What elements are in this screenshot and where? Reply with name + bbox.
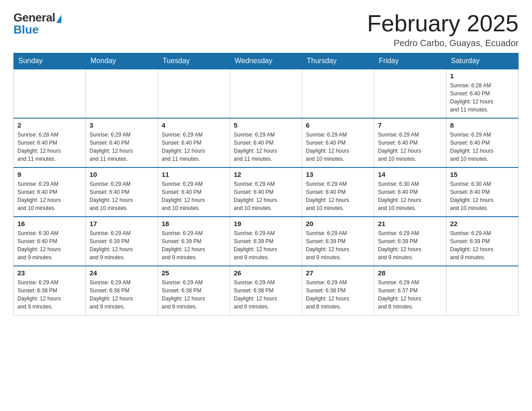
day-number: 10 bbox=[90, 171, 154, 178]
calendar-cell: 3Sunrise: 6:29 AM Sunset: 6:40 PM Daylig… bbox=[86, 118, 158, 167]
weekday-header-tuesday: Tuesday bbox=[158, 53, 230, 69]
calendar-cell: 17Sunrise: 6:29 AM Sunset: 6:39 PM Dayli… bbox=[86, 217, 158, 266]
day-number: 24 bbox=[90, 269, 154, 277]
day-info: Sunrise: 6:29 AM Sunset: 6:40 PM Dayligh… bbox=[162, 131, 226, 163]
day-number: 6 bbox=[306, 121, 370, 129]
day-info: Sunrise: 6:29 AM Sunset: 6:40 PM Dayligh… bbox=[450, 131, 515, 163]
day-info: Sunrise: 6:30 AM Sunset: 6:40 PM Dayligh… bbox=[378, 180, 442, 212]
day-info: Sunrise: 6:29 AM Sunset: 6:39 PM Dayligh… bbox=[162, 229, 226, 261]
calendar-cell: 7Sunrise: 6:29 AM Sunset: 6:40 PM Daylig… bbox=[374, 118, 446, 167]
day-info: Sunrise: 6:29 AM Sunset: 6:39 PM Dayligh… bbox=[306, 229, 370, 261]
day-info: Sunrise: 6:29 AM Sunset: 6:39 PM Dayligh… bbox=[90, 229, 154, 261]
day-number: 22 bbox=[450, 220, 515, 227]
day-info: Sunrise: 6:29 AM Sunset: 6:39 PM Dayligh… bbox=[378, 229, 442, 261]
day-info: Sunrise: 6:29 AM Sunset: 6:40 PM Dayligh… bbox=[234, 131, 298, 163]
calendar-cell: 10Sunrise: 6:29 AM Sunset: 6:40 PM Dayli… bbox=[86, 167, 158, 217]
calendar-cell: 14Sunrise: 6:30 AM Sunset: 6:40 PM Dayli… bbox=[374, 167, 446, 217]
calendar-cell bbox=[302, 69, 374, 118]
day-number: 11 bbox=[162, 171, 226, 178]
day-number: 1 bbox=[450, 72, 515, 80]
weekday-header-sunday: Sunday bbox=[14, 53, 86, 69]
logo: General Blue bbox=[13, 11, 61, 37]
day-info: Sunrise: 6:29 AM Sunset: 6:40 PM Dayligh… bbox=[90, 180, 154, 212]
calendar-cell: 16Sunrise: 6:30 AM Sunset: 6:40 PM Dayli… bbox=[14, 217, 86, 266]
calendar-cell: 21Sunrise: 6:29 AM Sunset: 6:39 PM Dayli… bbox=[374, 217, 446, 266]
weekday-header-saturday: Saturday bbox=[446, 53, 519, 69]
day-info: Sunrise: 6:29 AM Sunset: 6:40 PM Dayligh… bbox=[306, 180, 370, 212]
day-number: 12 bbox=[234, 171, 298, 178]
day-number: 15 bbox=[450, 171, 515, 178]
calendar-cell: 12Sunrise: 6:29 AM Sunset: 6:40 PM Dayli… bbox=[230, 167, 302, 217]
calendar-cell: 24Sunrise: 6:29 AM Sunset: 6:38 PM Dayli… bbox=[86, 266, 158, 315]
day-number: 19 bbox=[234, 220, 298, 227]
calendar-cell: 11Sunrise: 6:29 AM Sunset: 6:40 PM Dayli… bbox=[158, 167, 230, 217]
calendar-cell: 19Sunrise: 6:29 AM Sunset: 6:39 PM Dayli… bbox=[230, 217, 302, 266]
day-info: Sunrise: 6:29 AM Sunset: 6:37 PM Dayligh… bbox=[378, 278, 442, 311]
calendar-cell: 22Sunrise: 6:29 AM Sunset: 6:39 PM Dayli… bbox=[446, 217, 519, 266]
day-info: Sunrise: 6:29 AM Sunset: 6:38 PM Dayligh… bbox=[234, 278, 298, 311]
calendar-cell: 25Sunrise: 6:29 AM Sunset: 6:38 PM Dayli… bbox=[158, 266, 230, 315]
calendar-cell: 28Sunrise: 6:29 AM Sunset: 6:37 PM Dayli… bbox=[374, 266, 446, 315]
day-info: Sunrise: 6:29 AM Sunset: 6:39 PM Dayligh… bbox=[450, 229, 515, 261]
day-number: 21 bbox=[378, 220, 442, 227]
day-info: Sunrise: 6:29 AM Sunset: 6:40 PM Dayligh… bbox=[162, 180, 226, 212]
day-info: Sunrise: 6:29 AM Sunset: 6:40 PM Dayligh… bbox=[17, 180, 82, 212]
calendar-cell: 9Sunrise: 6:29 AM Sunset: 6:40 PM Daylig… bbox=[14, 167, 86, 217]
location-subtitle: Pedro Carbo, Guayas, Ecuador bbox=[367, 38, 519, 48]
calendar-cell bbox=[14, 69, 86, 118]
weekday-header-thursday: Thursday bbox=[302, 53, 374, 69]
day-number: 27 bbox=[306, 269, 370, 277]
calendar-cell: 15Sunrise: 6:30 AM Sunset: 6:40 PM Dayli… bbox=[446, 167, 519, 217]
weekday-header-monday: Monday bbox=[86, 53, 158, 69]
day-info: Sunrise: 6:29 AM Sunset: 6:39 PM Dayligh… bbox=[234, 229, 298, 261]
calendar-cell: 5Sunrise: 6:29 AM Sunset: 6:40 PM Daylig… bbox=[230, 118, 302, 167]
calendar-cell bbox=[230, 69, 302, 118]
calendar-cell: 13Sunrise: 6:29 AM Sunset: 6:40 PM Dayli… bbox=[302, 167, 374, 217]
day-info: Sunrise: 6:29 AM Sunset: 6:38 PM Dayligh… bbox=[162, 278, 226, 311]
day-number: 4 bbox=[162, 121, 226, 129]
week-row-2: 2Sunrise: 6:28 AM Sunset: 6:40 PM Daylig… bbox=[14, 118, 519, 167]
week-row-5: 23Sunrise: 6:29 AM Sunset: 6:38 PM Dayli… bbox=[14, 266, 519, 315]
day-number: 26 bbox=[234, 269, 298, 277]
day-number: 17 bbox=[90, 220, 154, 227]
day-number: 28 bbox=[378, 269, 442, 277]
calendar-cell: 4Sunrise: 6:29 AM Sunset: 6:40 PM Daylig… bbox=[158, 118, 230, 167]
day-number: 18 bbox=[162, 220, 226, 227]
logo-triangle-icon bbox=[56, 15, 61, 23]
logo-blue-text: Blue bbox=[13, 23, 39, 37]
day-info: Sunrise: 6:29 AM Sunset: 6:40 PM Dayligh… bbox=[378, 131, 442, 163]
calendar-cell: 23Sunrise: 6:29 AM Sunset: 6:38 PM Dayli… bbox=[14, 266, 86, 315]
day-info: Sunrise: 6:29 AM Sunset: 6:40 PM Dayligh… bbox=[90, 131, 154, 163]
title-section: February 2025 Pedro Carbo, Guayas, Ecuad… bbox=[367, 11, 519, 48]
calendar-cell bbox=[374, 69, 446, 118]
day-info: Sunrise: 6:29 AM Sunset: 6:38 PM Dayligh… bbox=[306, 278, 370, 311]
day-info: Sunrise: 6:28 AM Sunset: 6:40 PM Dayligh… bbox=[17, 131, 82, 163]
day-number: 16 bbox=[17, 220, 82, 227]
page-header: General Blue February 2025 Pedro Carbo, … bbox=[13, 11, 519, 48]
weekday-header-row: SundayMondayTuesdayWednesdayThursdayFrid… bbox=[14, 53, 519, 69]
calendar-cell bbox=[446, 266, 519, 315]
month-year-title: February 2025 bbox=[367, 11, 519, 36]
calendar-cell: 20Sunrise: 6:29 AM Sunset: 6:39 PM Dayli… bbox=[302, 217, 374, 266]
day-number: 3 bbox=[90, 121, 154, 129]
day-number: 8 bbox=[450, 121, 515, 129]
day-info: Sunrise: 6:29 AM Sunset: 6:38 PM Dayligh… bbox=[17, 278, 82, 311]
week-row-4: 16Sunrise: 6:30 AM Sunset: 6:40 PM Dayli… bbox=[14, 217, 519, 266]
day-info: Sunrise: 6:30 AM Sunset: 6:40 PM Dayligh… bbox=[450, 180, 515, 212]
weekday-header-friday: Friday bbox=[374, 53, 446, 69]
calendar-cell: 1Sunrise: 6:28 AM Sunset: 6:40 PM Daylig… bbox=[446, 69, 519, 118]
calendar-cell: 18Sunrise: 6:29 AM Sunset: 6:39 PM Dayli… bbox=[158, 217, 230, 266]
day-number: 25 bbox=[162, 269, 226, 277]
day-info: Sunrise: 6:30 AM Sunset: 6:40 PM Dayligh… bbox=[17, 229, 82, 261]
day-info: Sunrise: 6:29 AM Sunset: 6:40 PM Dayligh… bbox=[306, 131, 370, 163]
day-info: Sunrise: 6:28 AM Sunset: 6:40 PM Dayligh… bbox=[450, 81, 515, 114]
calendar-cell: 2Sunrise: 6:28 AM Sunset: 6:40 PM Daylig… bbox=[14, 118, 86, 167]
week-row-3: 9Sunrise: 6:29 AM Sunset: 6:40 PM Daylig… bbox=[14, 167, 519, 217]
calendar-cell: 26Sunrise: 6:29 AM Sunset: 6:38 PM Dayli… bbox=[230, 266, 302, 315]
calendar-cell bbox=[158, 69, 230, 118]
day-number: 23 bbox=[17, 269, 82, 277]
day-number: 14 bbox=[378, 171, 442, 178]
day-number: 9 bbox=[17, 171, 82, 178]
day-number: 13 bbox=[306, 171, 370, 178]
calendar-cell bbox=[86, 69, 158, 118]
